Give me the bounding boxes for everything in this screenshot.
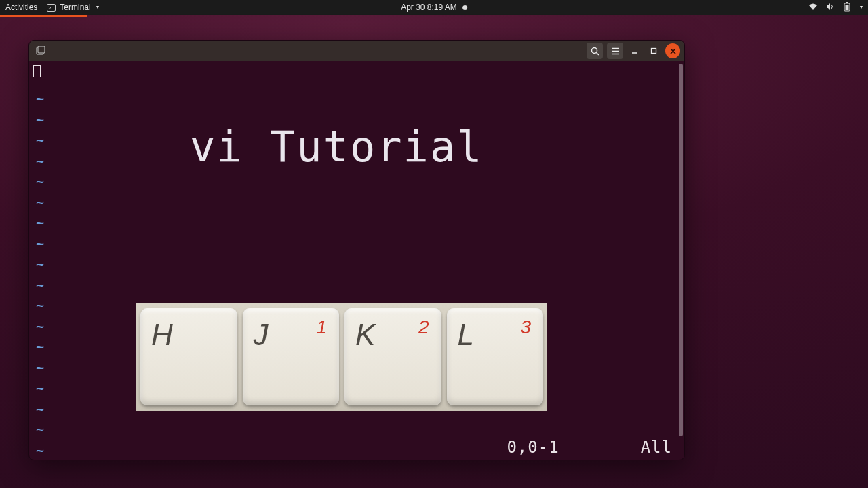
keycap-sub-label: 1 <box>316 317 327 338</box>
activities-button[interactable]: Activities <box>5 3 37 12</box>
close-icon <box>670 48 676 54</box>
app-menu[interactable]: > Terminal ▾ <box>47 3 98 12</box>
chevron-down-icon: ▾ <box>96 4 99 10</box>
keycap-k: K 2 <box>344 308 441 405</box>
clock-label: Apr 30 8:19 AM <box>401 3 457 12</box>
notification-dot-icon <box>462 5 467 10</box>
close-button[interactable] <box>665 43 680 58</box>
chevron-down-icon: ▾ <box>860 4 863 10</box>
vi-empty-lines: ~ ~ ~ ~ ~ ~ ~ ~ ~ ~ ~ ~ ~ ~ ~ ~ ~ ~ <box>36 88 44 460</box>
keycap-main-label: H <box>151 318 173 352</box>
topbar-clock[interactable]: Apr 30 8:19 AM <box>401 3 467 12</box>
svg-rect-2 <box>846 5 849 10</box>
volume-icon <box>826 3 835 13</box>
hjkl-keys-illustration: H J 1 K 2 L 3 <box>136 303 547 411</box>
svg-line-6 <box>596 52 599 55</box>
hamburger-menu-button[interactable] <box>607 43 623 59</box>
hamburger-icon <box>611 47 620 55</box>
cursor-position: 0,0-1 <box>507 438 559 457</box>
minimize-icon <box>631 47 638 54</box>
view-percentage: All <box>641 438 672 457</box>
keycap-main-label: L <box>458 318 474 352</box>
window-titlebar <box>29 41 684 61</box>
keycap-main-label: K <box>355 318 375 352</box>
network-icon <box>808 3 818 13</box>
keycap-sub-label: 2 <box>418 317 429 338</box>
maximize-button[interactable] <box>646 43 661 58</box>
svg-rect-1 <box>846 2 848 3</box>
app-menu-label: Terminal <box>60 3 90 12</box>
topbar-left: Activities > Terminal ▾ <box>5 3 99 12</box>
tutorial-title: vi Tutorial <box>190 122 484 171</box>
keycap-l: L 3 <box>447 308 544 405</box>
minimize-button[interactable] <box>627 43 642 58</box>
search-button[interactable] <box>587 43 603 59</box>
accent-strip <box>0 15 868 17</box>
keycap-h: H <box>140 308 237 405</box>
scrollbar[interactable] <box>679 64 683 436</box>
gnome-top-bar: Activities > Terminal ▾ Apr 30 8:19 AM ▾ <box>0 0 868 15</box>
search-icon <box>591 47 599 56</box>
svg-rect-11 <box>652 49 656 54</box>
svg-rect-4 <box>38 46 45 53</box>
svg-point-5 <box>591 47 597 53</box>
keycap-main-label: J <box>254 318 269 352</box>
terminal-icon: > <box>47 4 56 12</box>
battery-icon <box>844 2 850 14</box>
text-cursor <box>33 65 41 77</box>
keycap-sub-label: 3 <box>520 317 531 338</box>
topbar-status-area[interactable]: ▾ <box>808 2 863 14</box>
new-tab-button[interactable] <box>33 43 48 58</box>
maximize-icon <box>650 47 657 54</box>
keycap-j: J 1 <box>243 308 340 405</box>
vi-status-line: 0,0-1 All <box>29 438 684 457</box>
